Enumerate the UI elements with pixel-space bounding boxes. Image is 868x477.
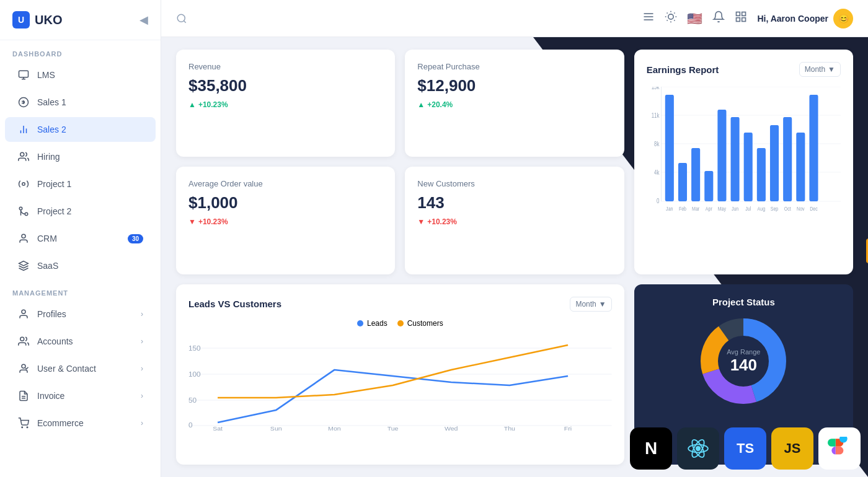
- users-icon: [17, 151, 30, 163]
- chevron-right-icon: ›: [141, 310, 143, 318]
- svg-point-26: [668, 14, 673, 19]
- user-info: Hi, Aaron Cooper 😊: [757, 9, 853, 28]
- sidebar-header: U UKO ◀: [0, 0, 161, 40]
- dashboard-grid: Revenue $35,800 ▲ +10.23% Repeat Purchas…: [161, 37, 868, 477]
- sidebar-item-sales1[interactable]: Sales 1: [5, 90, 156, 115]
- sidebar-item-saas-label: SaaS: [37, 261, 143, 271]
- people-icon: [17, 335, 30, 348]
- sidebar-item-ecommerce[interactable]: Ecommerce ›: [5, 411, 156, 435]
- sidebar-item-saas[interactable]: SaaS: [5, 253, 156, 278]
- svg-rect-35: [737, 12, 740, 16]
- figma-icon[interactable]: [818, 427, 861, 470]
- search-bar[interactable]: [176, 13, 632, 24]
- sidebar-item-sales2[interactable]: Sales 2: [5, 117, 156, 142]
- monitor-icon: [17, 69, 30, 81]
- react-icon[interactable]: [677, 427, 719, 470]
- svg-point-16: [22, 364, 25, 368]
- svg-point-19: [22, 427, 23, 428]
- tech-icons-row: N TS JS: [622, 420, 868, 477]
- typescript-icon[interactable]: TS: [724, 427, 766, 470]
- earnings-card: Earnings Report Month ▼ 15k: [634, 50, 853, 274]
- crm-icon: [17, 232, 30, 245]
- chevron-right-icon: ›: [141, 419, 143, 427]
- svg-text:Jan: Jan: [666, 206, 673, 212]
- project-status-title: Project Status: [712, 297, 775, 307]
- chart-icon: [17, 123, 30, 136]
- revenue-value: $35,800: [188, 76, 383, 95]
- svg-point-9: [22, 183, 25, 186]
- month-select[interactable]: Month ▼: [799, 62, 841, 77]
- javascript-icon[interactable]: JS: [771, 427, 813, 470]
- svg-text:Apr: Apr: [705, 206, 712, 212]
- repeat-value: $12,900: [417, 76, 611, 95]
- sidebar-item-project2[interactable]: Project 2: [5, 199, 156, 224]
- new-customers-title: New Customers: [417, 179, 611, 188]
- svg-text:Wed: Wed: [445, 425, 458, 431]
- bell-icon[interactable]: [712, 11, 725, 26]
- svg-point-20: [27, 427, 28, 428]
- sidebar-item-profiles-label: Profiles: [37, 309, 133, 319]
- leads-month-select[interactable]: Month ▼: [570, 297, 611, 312]
- svg-text:Aug: Aug: [757, 206, 765, 212]
- svg-text:50: 50: [188, 396, 197, 403]
- collapse-button[interactable]: ◀: [140, 13, 148, 27]
- sidebar-item-accounts[interactable]: Accounts ›: [5, 329, 156, 354]
- svg-text:Dec: Dec: [810, 206, 818, 212]
- svg-text:Fri: Fri: [564, 425, 572, 431]
- section-label-dashboard: DASHBOARD: [0, 40, 161, 61]
- sidebar-item-usercontact-label: User & Contact: [37, 364, 133, 374]
- avg-order-change: ▼ +10.23%: [188, 217, 383, 226]
- earnings-bar-chart: 15k 11k 8k 4k 0: [647, 87, 841, 223]
- new-customers-card: New Customers 143 ▼ +10.23%: [405, 167, 624, 274]
- sidebar-item-crm-label: CRM: [37, 234, 120, 243]
- header: 🇺🇸 Hi, Aaron Cooper 😊: [161, 0, 868, 37]
- nextjs-icon[interactable]: N: [630, 427, 672, 470]
- branch-icon: [17, 205, 30, 217]
- svg-rect-55: [730, 117, 739, 201]
- svg-rect-58: [770, 125, 779, 201]
- svg-point-14: [22, 310, 25, 313]
- svg-point-11: [19, 207, 22, 210]
- sidebar-item-hiring[interactable]: Hiring: [5, 144, 156, 169]
- leads-line-chart: 150 100 50 0 Sat Sun Mon Tue Wed: [188, 333, 612, 432]
- sidebar-item-profiles[interactable]: Profiles ›: [5, 302, 156, 326]
- sidebar-item-project1[interactable]: Project 1: [5, 172, 156, 196]
- grid-icon[interactable]: [735, 11, 747, 26]
- svg-line-34: [675, 13, 675, 14]
- sidebar-item-lms[interactable]: LMS: [5, 63, 156, 87]
- leads-legend: Leads Customers: [188, 319, 612, 328]
- svg-text:0: 0: [188, 421, 193, 428]
- svg-rect-51: [678, 163, 687, 201]
- earnings-header: Earnings Report Month ▼: [647, 62, 841, 77]
- svg-text:Thu: Thu: [504, 425, 515, 431]
- avg-order-value: $1,000: [188, 193, 383, 212]
- revenue-title: Revenue: [188, 62, 383, 71]
- menu-lines-icon[interactable]: [642, 11, 655, 26]
- svg-rect-37: [742, 18, 746, 22]
- sidebar-item-invoice[interactable]: Invoice ›: [5, 383, 156, 408]
- sidebar-item-ecommerce-label: Ecommerce: [37, 418, 133, 428]
- user-name: Hi, Aaron Cooper: [757, 14, 828, 24]
- new-customers-value: 143: [417, 193, 611, 212]
- main-content: 🇺🇸 Hi, Aaron Cooper 😊: [161, 0, 868, 477]
- brand-name: UKO: [35, 13, 62, 27]
- leads-legend-item: Leads: [357, 319, 388, 328]
- sidebar-item-user-contact[interactable]: User & Contact ›: [5, 356, 156, 381]
- svg-text:Mar: Mar: [692, 206, 699, 212]
- svg-point-15: [20, 337, 24, 341]
- sidebar-item-project1-label: Project 1: [37, 179, 143, 189]
- svg-text:Sun: Sun: [270, 425, 282, 431]
- svg-line-33: [667, 20, 668, 20]
- donut-center: Avg Range 140: [727, 348, 760, 374]
- svg-rect-60: [796, 133, 805, 201]
- svg-point-12: [22, 234, 25, 238]
- search-icon: [176, 13, 187, 24]
- dollar-icon: [17, 96, 30, 108]
- sidebar-item-crm[interactable]: CRM 30: [5, 226, 156, 251]
- cart-icon: [17, 417, 30, 429]
- leads-customers-card: Leads VS Customers Month ▼ Leads Custome…: [176, 284, 624, 465]
- sun-icon[interactable]: [665, 11, 677, 26]
- new-customers-change: ▼ +10.23%: [417, 217, 611, 226]
- flag-icon[interactable]: 🇺🇸: [687, 11, 702, 26]
- avg-order-card: Average Order value $1,000 ▼ +10.23%: [176, 167, 395, 274]
